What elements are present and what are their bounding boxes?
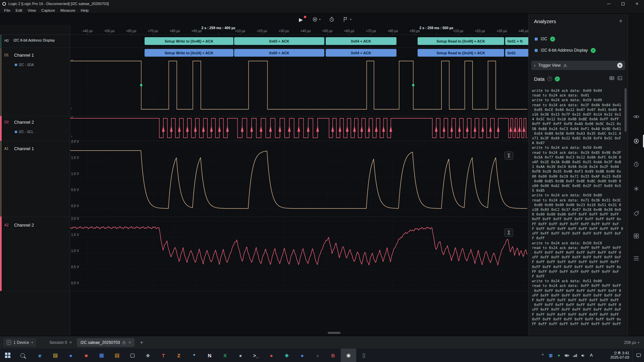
ruler-minor-label: +80 µs (388, 29, 398, 33)
taskbar-app-red-circle-icon[interactable]: ● (264, 349, 279, 362)
data-scrollbar[interactable] (625, 88, 627, 326)
channel-name[interactable]: I2C 8-bit Address Display (13, 38, 55, 42)
taskbar-ebook-app-icon[interactable]: B (325, 349, 341, 362)
taskbar-settings-app-icon[interactable]: ◆ (140, 349, 156, 362)
tray-onedrive-icon[interactable]: ▦ (547, 349, 555, 362)
app-logo-icon (2, 2, 6, 6)
tray-security-shield-icon[interactable]: ● (555, 349, 563, 362)
i2c-annotation-bubble[interactable]: Setup Read to [0x49] + ACK (418, 37, 504, 45)
bookmark-tag-icon[interactable] (632, 209, 640, 218)
data-scrollbar-thumb[interactable] (625, 88, 627, 132)
channel-name[interactable]: Channel 2 (14, 120, 34, 125)
capture-duration-selector[interactable]: 208 µs ▾ (624, 340, 639, 345)
tray-network-icon[interactable] (571, 349, 579, 362)
i2c-annotation-bubble[interactable]: 0x04 + ACK (326, 49, 396, 57)
menu-edit[interactable]: Edit (13, 8, 25, 12)
analyzer-item[interactable]: I2C✓ (529, 33, 628, 45)
help-icon[interactable]: ? (547, 76, 552, 81)
i2c-annotation-bubble[interactable]: Setup Read to [0x24] + ACK (418, 49, 504, 57)
capture-mode-button[interactable]: ▾ (341, 15, 353, 24)
timer-mode-button[interactable] (326, 15, 337, 24)
capture-toolbar: ▶ ▾ ▾ (295, 15, 353, 24)
taskbar-snowflake-tool-icon[interactable]: * (186, 349, 202, 362)
i2c-annotation-bubble[interactable]: 0x01 + N (505, 37, 528, 45)
visibility-icon[interactable] (632, 113, 640, 121)
taskbar-zalo-app-icon[interactable]: Z (171, 349, 186, 362)
menu-file[interactable]: File (1, 8, 13, 12)
menu-capture[interactable]: Capture (39, 8, 58, 12)
tray-hidden-icons-chevron-icon[interactable]: ^ (539, 349, 547, 362)
trigger-view-close-button[interactable]: × (617, 63, 623, 68)
analyzer-color-chip (15, 64, 17, 66)
start-button[interactable] (0, 349, 15, 362)
new-tab-button[interactable]: + (138, 340, 145, 346)
i2c-annotation-bubble[interactable]: 0x04 + ACK (326, 37, 396, 45)
minimize-button[interactable] (602, 0, 616, 7)
taskbar-search-tool-icon[interactable]: ● (294, 349, 310, 362)
terminal-view-icon[interactable] (617, 75, 623, 82)
taskbar-notes-app-icon[interactable]: N (202, 349, 217, 362)
notes-list-icon[interactable] (632, 254, 640, 262)
taskbar-camera-app-icon[interactable]: ◉ (341, 349, 356, 362)
action-center-icon[interactable] (633, 349, 644, 362)
session-tab[interactable]: Session 0× (46, 338, 75, 347)
data-output[interactable]: write to 0x24 ack data: 0x60 0x04read to… (532, 88, 623, 327)
timer-icon[interactable] (632, 160, 640, 168)
timeline-ruler[interactable]: +40 µs+50 µs+60 µs+70 µs+80 µs+90 µs2 s … (0, 25, 528, 35)
i2c-annotation-bubble[interactable]: Setup Write to [0x48] + ACK (145, 37, 233, 45)
analyzer-item[interactable]: I2C 8-bit Address Display✓ (529, 45, 628, 56)
idle-snowflake-icon[interactable] (632, 185, 640, 193)
extensions-grid-icon[interactable] (632, 232, 640, 240)
ruler-minor-label: +70 µs (366, 29, 376, 33)
ruler-minor-label: +50 µs (104, 29, 115, 33)
i2c-annotation-bubble[interactable]: Setup Write to [0x24] + ACK (145, 49, 233, 57)
waveform-plot[interactable] (0, 14, 528, 336)
ime-indicator[interactable]: A (587, 353, 596, 358)
menu-measure[interactable]: Measure (58, 8, 78, 12)
taskbar-app-dark-circle-icon[interactable]: ● (310, 349, 325, 362)
tray-battery-icon[interactable] (563, 349, 571, 362)
tray-volume-icon[interactable] (579, 349, 587, 362)
taskbar-browser-gray-icon[interactable]: ● (233, 349, 248, 362)
data-line: 0xFF 0xFF 0xFF 0xFF 0xFF 0xFF 0xFF 0xFF … (532, 264, 623, 269)
measure-button[interactable] (504, 229, 513, 237)
taskbar-browser-blue-icon[interactable]: ● (63, 349, 78, 362)
taskbar-excel-icon[interactable]: X (217, 349, 233, 362)
taskbar-phone-link-icon[interactable]: ▯ (356, 349, 372, 362)
tab-close-icon[interactable]: × (128, 340, 131, 345)
i2c-annotation-bubble[interactable]: 0x01 (505, 49, 528, 57)
maximize-button[interactable] (616, 0, 630, 7)
start-capture-button[interactable]: ▶ (295, 15, 307, 24)
taskbar-notepad-app-icon[interactable]: T (156, 349, 171, 362)
tab-close-icon[interactable]: × (69, 340, 72, 345)
taskbar-mail-app-icon[interactable]: ■ (78, 349, 94, 362)
session-tab[interactable]: I2C saleae_20250703× (77, 338, 135, 347)
close-button[interactable]: × (630, 0, 644, 7)
taskbar-file-explorer-icon[interactable]: ▤ (48, 349, 63, 362)
taskbar-terminal-app-icon[interactable]: >_ (248, 349, 264, 362)
taskbar-search-button[interactable] (15, 349, 30, 362)
menu-view[interactable]: View (25, 8, 39, 12)
device-selector-button[interactable]: 1 Device ▾ (3, 338, 36, 347)
taskbar-app-teal-icon[interactable]: ◆ (279, 349, 294, 362)
channel-name[interactable]: Channel 1 (14, 146, 34, 151)
taskbar-edge-browser-icon[interactable]: e (32, 349, 48, 362)
i2c-annotation-bubble[interactable]: 0x60 + ACK (234, 37, 324, 45)
menu-help[interactable]: Help (78, 8, 92, 12)
measure-button[interactable] (504, 152, 513, 160)
taskbar-clock[interactable]: 오후 3:41 2025-07-03 (600, 351, 629, 360)
add-analyzer-button[interactable]: + (619, 18, 623, 25)
trigger-view-row[interactable]: › Trigger View ⚠ × (531, 61, 625, 70)
taskbar-messenger-icon[interactable]: ▦ (94, 349, 109, 362)
channel-name[interactable]: Channel 1 (14, 53, 34, 58)
taskbar-photos-app-icon[interactable]: ▢ (125, 349, 140, 362)
channel-name[interactable]: Channel 2 (14, 223, 34, 228)
data-line: 0xFF 0xFF 0xFF 0xFF 0xFF 0xFF 0xFF 0xFF … (532, 288, 623, 293)
taskbar-folder-orange-icon[interactable]: ▤ (109, 349, 125, 362)
table-view-icon[interactable] (609, 75, 614, 82)
voltage-label: 1.0 V (71, 249, 79, 253)
horizontal-scrollbar-thumb[interactable] (328, 332, 340, 334)
device-settings-button[interactable]: ▾ (311, 15, 322, 24)
capture-scope-icon[interactable] (632, 137, 640, 145)
i2c-annotation-bubble[interactable]: 0x60 + ACK (234, 49, 324, 57)
